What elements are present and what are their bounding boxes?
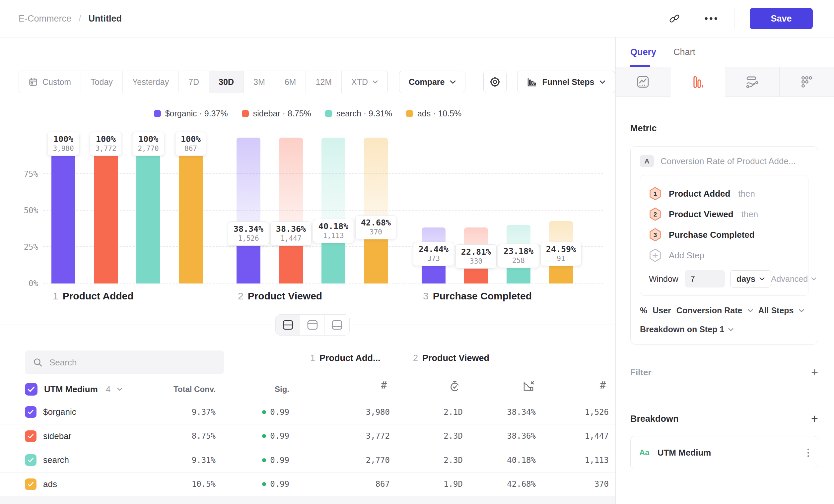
table-step1-header[interactable]: 1 Product Add... [310, 353, 380, 363]
breadcrumb-project[interactable]: E-Commerce [19, 14, 71, 24]
layout-bottom-panel-button[interactable] [325, 315, 349, 335]
date-range-12m[interactable]: 12M [306, 71, 342, 93]
breadcrumb-separator: / [79, 14, 81, 24]
row-checkbox[interactable] [25, 406, 37, 418]
legend-item[interactable]: search · 9.31% [325, 109, 392, 118]
window-unit-dropdown[interactable]: days [730, 270, 771, 288]
measure-metric-dropdown[interactable]: Conversion Rate [676, 306, 742, 315]
bar-value-label: 100%3,980 [47, 132, 79, 156]
retention-icon[interactable] [780, 67, 834, 97]
bar-segment [94, 138, 118, 283]
bar-pct: 23.18% [504, 246, 533, 256]
row-checkbox[interactable] [25, 430, 37, 442]
chevron-down-icon[interactable] [748, 309, 753, 312]
total-conv-header[interactable]: Total Conv. [131, 385, 219, 394]
window-label: Window [649, 274, 678, 284]
gear-icon [489, 76, 501, 88]
sig-header[interactable]: Sig. [219, 385, 296, 394]
save-button[interactable]: Save [750, 8, 813, 29]
add-filter-button[interactable]: + [811, 366, 818, 378]
group-by-label[interactable]: UTM Medium [44, 384, 98, 395]
funnel-bar-$organic-step2[interactable]: 38.34%1,526 [237, 138, 260, 283]
table-row-$organic[interactable]: $organic9.37%0.993,9802.1D38.34%1,526 [0, 400, 615, 425]
date-range-xtd[interactable]: XTD [342, 71, 388, 93]
funnel-bar-ads-step3[interactable]: 24.59%91 [549, 138, 573, 283]
query-step-1[interactable]: 1Product Addedthen [649, 183, 799, 204]
breakdown-item[interactable]: Aa UTM Medium [630, 436, 818, 469]
row-checkbox[interactable] [25, 454, 37, 466]
measure-entity[interactable]: User [653, 306, 671, 315]
conversion-rate-cell: 38.36% [466, 431, 539, 441]
filter-section: Filter + [630, 366, 818, 378]
metric-series-row[interactable]: A Conversion Rate of Product Adde... [640, 155, 809, 167]
add-step-button[interactable]: Add Step [649, 245, 799, 266]
funnel-bar-sidebar-step3[interactable]: 22.81%330 [464, 138, 488, 283]
select-all-checkbox[interactable] [25, 383, 38, 395]
chart-mode-dropdown[interactable]: Funnel Steps [517, 71, 615, 93]
date-range-30d[interactable]: 30D [209, 71, 244, 93]
table-group-header-row: UTM Medium 4 Total Conv. Sig. [0, 379, 615, 400]
sig-value: 0.99 [270, 431, 289, 441]
date-range-6m[interactable]: 6M [275, 71, 306, 93]
add-breakdown-button[interactable]: + [811, 413, 818, 425]
svg-text:2: 2 [654, 211, 657, 218]
funnel-bar-search-step3[interactable]: 23.18%258 [507, 138, 530, 283]
breadcrumb: E-Commerce / Untitled [19, 14, 122, 24]
copy-link-icon[interactable] [664, 8, 685, 29]
kebab-menu-icon[interactable] [808, 449, 809, 457]
add-step-label: Add Step [669, 250, 704, 260]
svg-text:1: 1 [654, 190, 657, 197]
bar-pct: 100% [181, 134, 201, 144]
table-row-sidebar[interactable]: sidebar8.75%0.993,7722.3D38.36%1,447 [0, 425, 615, 449]
tab-query[interactable]: Query [630, 38, 656, 67]
funnel-bar-ads-step1[interactable]: 100%867 [179, 138, 203, 283]
date-range-yesterday[interactable]: Yesterday [123, 71, 179, 93]
chevron-down-icon[interactable] [117, 388, 123, 391]
insights-icon[interactable] [616, 67, 671, 97]
table-row-search[interactable]: search9.31%0.992,7702.3D40.18%1,113 [0, 448, 615, 473]
funnel-step-group-3: 24.44%37322.81%33023.18%25824.59%91 [422, 138, 573, 283]
layout-top-panel-icon [307, 319, 319, 330]
window-value-input[interactable] [685, 270, 725, 288]
funnels-icon[interactable] [671, 67, 725, 97]
svg-text:3: 3 [654, 231, 657, 238]
table-row-ads[interactable]: ads10.5%0.998671.9D42.68%370 [0, 473, 615, 497]
row-checkbox[interactable] [25, 479, 37, 490]
advanced-dropdown[interactable]: Advanced [771, 274, 816, 284]
layout-top-panel-button[interactable] [300, 315, 325, 335]
breadcrumb-report-title[interactable]: Untitled [89, 14, 122, 24]
chevron-down-icon[interactable] [799, 309, 804, 312]
date-range-today[interactable]: Today [81, 71, 123, 93]
layout-split-button[interactable] [276, 315, 300, 335]
row-name: search [43, 455, 69, 465]
legend-item[interactable]: sidebar · 8.75% [242, 109, 311, 118]
funnel-bar-sidebar-step1[interactable]: 100%3,772 [94, 138, 118, 283]
chart-settings-button[interactable] [483, 71, 507, 93]
table-step2-header[interactable]: 2 Product Viewed [413, 353, 489, 363]
search-input[interactable] [49, 358, 208, 368]
compare-button[interactable]: Compare [399, 71, 465, 93]
date-range-7d[interactable]: 7D [179, 71, 209, 93]
query-step-3[interactable]: 3Purchase Completed [649, 225, 799, 245]
step2-count-cell: 370 [539, 479, 615, 489]
top-bar: E-Commerce / Untitled ••• Save [0, 0, 834, 38]
date-range-3m[interactable]: 3M [244, 71, 275, 93]
column-divider [396, 334, 396, 496]
funnel-bar-$organic-step3[interactable]: 24.44%373 [422, 138, 445, 283]
funnel-bar-search-step1[interactable]: 100%2,770 [136, 138, 160, 283]
funnel-bar-sidebar-step2[interactable]: 38.36%1,447 [279, 138, 303, 283]
funnel-bar-search-step2[interactable]: 40.18%1,113 [322, 138, 345, 283]
legend-item[interactable]: ads · 10.5% [406, 109, 461, 118]
total-conv-cell: 10.5% [131, 479, 219, 489]
date-range-custom[interactable]: Custom [19, 71, 81, 93]
funnel-bar-ads-step2[interactable]: 42.68%370 [364, 138, 388, 283]
query-step-2[interactable]: 2Product Viewedthen [649, 204, 799, 225]
funnel-bar-$organic-step1[interactable]: 100%3,980 [51, 138, 75, 283]
breakdown-table-header: 1 Product Add... 2 Product Viewed # [0, 334, 615, 400]
measure-scope-dropdown[interactable]: All Steps [759, 306, 794, 315]
legend-item[interactable]: $organic · 9.37% [154, 109, 228, 118]
breakdown-on-step-dropdown[interactable]: Breakdown on Step 1 [640, 325, 809, 334]
flows-icon[interactable] [725, 67, 780, 97]
more-options-icon[interactable]: ••• [704, 13, 719, 24]
tab-chart[interactable]: Chart [674, 38, 695, 67]
